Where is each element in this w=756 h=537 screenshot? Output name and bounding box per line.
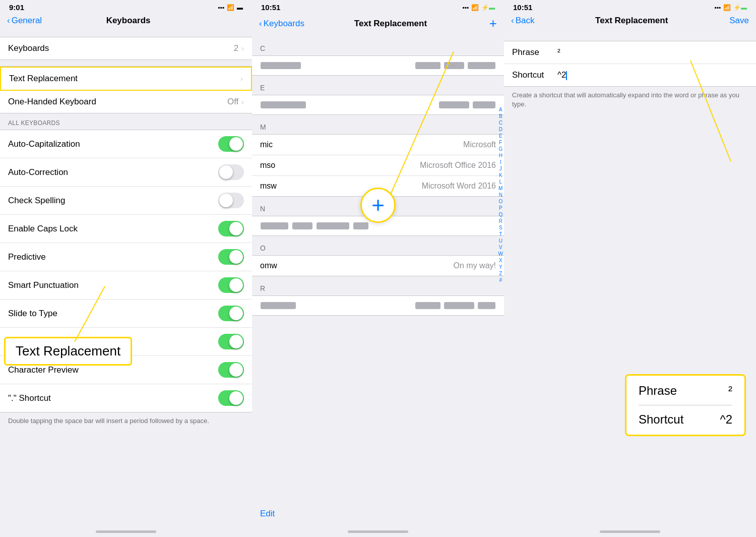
shortcut-row-form[interactable]: Shortcut ^2 <box>504 64 756 86</box>
status-icons-2: ▪▪▪ 📶 ⚡▬ <box>462 4 495 11</box>
wifi-icon-3: 📶 <box>723 4 731 11</box>
delete-slide-toggle[interactable] <box>218 334 244 349</box>
char-preview-toggle[interactable] <box>218 362 244 378</box>
slide-type-label: Slide to Type <box>8 309 57 319</box>
smart-punc-label: Smart Punctuation <box>8 280 79 290</box>
phrase-row[interactable]: Phrase ² <box>504 41 756 64</box>
shortcut-label: "." Shortcut <box>8 393 51 403</box>
nav-title-2: Text Replacement <box>354 19 427 29</box>
mso-row[interactable]: mso Microsoft Office 2016 <box>252 155 504 176</box>
svg-line-0 <box>75 286 105 342</box>
auto-correct-toggle[interactable] <box>218 164 244 180</box>
annotation-line-1 <box>75 286 135 342</box>
status-bar-1: 9:01 ▪▪▪ 📶 ▬ <box>0 0 252 14</box>
auto-correct-label: Auto-Correction <box>8 167 68 177</box>
status-time-1: 9:01 <box>9 3 24 12</box>
callout-phrase-label: Phrase <box>639 384 677 398</box>
status-bar-2: 10:51 ▪▪▪ 📶 ⚡▬ <box>252 0 504 14</box>
save-button[interactable]: Save <box>729 16 749 26</box>
section-header-c: C <box>252 36 504 55</box>
p3-callout: Phrase ² Shortcut ^2 <box>625 374 746 436</box>
nav-title-3: Text Replacement <box>595 16 668 26</box>
omw-phrase: On my way! <box>454 261 496 270</box>
home-indicator-3 <box>504 526 756 537</box>
check-spell-label: Check Spelling <box>8 196 65 206</box>
form-note: Create a shortcut that will automaticall… <box>504 87 756 117</box>
keyboards-chevron: › <box>241 44 244 52</box>
blurred-row-e <box>252 95 504 114</box>
status-bar-3: 10:51 ▪▪▪ 📶 ⚡▬ <box>504 0 756 14</box>
mso-phrase: Microsoft Office 2016 <box>420 161 496 170</box>
panel-keyboards: 9:01 ▪▪▪ 📶 ▬ ‹ General Keyboards Keyboar… <box>0 0 252 537</box>
predictive-row[interactable]: Predictive <box>0 243 252 271</box>
chevron-left-icon-1: ‹ <box>7 16 10 26</box>
edit-link[interactable]: Edit <box>252 502 504 526</box>
keyboards-row[interactable]: Keyboards 2 › <box>0 37 252 59</box>
mic-shortcut: mic <box>260 140 273 149</box>
one-handed-value: Off <box>227 97 238 107</box>
mic-phrase: Microsoft <box>463 140 496 149</box>
cursor <box>566 71 567 80</box>
battery-icon-3: ⚡▬ <box>733 4 747 11</box>
caps-lock-label: Enable Caps Lock <box>8 224 78 234</box>
omw-row[interactable]: omw On my way! <box>252 256 504 276</box>
chevron-left-icon-2: ‹ <box>259 19 262 29</box>
nav-bar-3: ‹ Back Text Replacement Save <box>504 14 756 31</box>
auto-cap-row[interactable]: Auto-Capitalization <box>0 130 252 158</box>
back-button-2[interactable]: ‹ Keyboards <box>259 19 304 29</box>
shortcut-row[interactable]: "." Shortcut <box>0 384 252 412</box>
slide-type-toggle[interactable] <box>218 306 244 321</box>
nav-title-1: Keyboards <box>106 16 151 26</box>
caps-lock-row[interactable]: Enable Caps Lock <box>0 215 252 243</box>
p1-callout-text: Text Replacement <box>16 343 120 359</box>
caps-lock-toggle[interactable] <box>218 221 244 236</box>
smart-punc-toggle[interactable] <box>218 277 244 293</box>
status-icons-3: ▪▪▪ 📶 ⚡▬ <box>714 4 747 11</box>
shortcut-toggle[interactable] <box>218 390 244 406</box>
all-keyboards-label: ALL KEYBOARDS <box>0 120 252 130</box>
one-handed-chevron: › <box>241 98 244 106</box>
one-handed-row[interactable]: One-Handed Keyboard Off › <box>0 91 252 113</box>
auto-cap-toggle[interactable] <box>218 136 244 152</box>
omw-shortcut: omw <box>260 261 277 270</box>
check-spell-toggle[interactable] <box>218 193 244 208</box>
battery-icon-2: ⚡▬ <box>481 4 495 11</box>
text-replacement-row[interactable]: Text Replacement › <box>0 67 252 91</box>
auto-cap-label: Auto-Capitalization <box>8 139 80 149</box>
predictive-toggle[interactable] <box>218 249 244 265</box>
nav-bar-1: ‹ General Keyboards <box>0 14 252 31</box>
back-button-3[interactable]: ‹ Back <box>511 16 534 26</box>
status-icons-1: ▪▪▪ 📶 ▬ <box>218 4 243 11</box>
add-button[interactable]: + <box>477 16 497 31</box>
mso-shortcut: mso <box>260 161 275 170</box>
text-replacement-label: Text Replacement <box>9 74 78 84</box>
shortcut-value: ^2 <box>557 70 748 80</box>
callout-shortcut-value: ^2 <box>720 412 732 427</box>
alpha-index: A B C D E F G H I J K L M N O P Q R S T … <box>498 107 503 283</box>
callout-phrase-value: ² <box>728 384 732 398</box>
signal-icon-1: ▪▪▪ <box>218 4 224 11</box>
status-time-3: 10:51 <box>513 3 532 12</box>
plus-button[interactable]: + <box>360 188 396 223</box>
phrase-label: Phrase <box>512 47 557 57</box>
all-keyboards-group: ALL KEYBOARDS Auto-Capitalization Auto-C… <box>0 120 252 412</box>
mic-row[interactable]: mic Microsoft <box>252 135 504 155</box>
section-header-o: O <box>252 236 504 255</box>
back-button-1[interactable]: ‹ General <box>7 16 42 26</box>
check-spell-row[interactable]: Check Spelling <box>0 187 252 215</box>
wifi-icon-2: 📶 <box>471 4 479 11</box>
battery-icon-1: ▬ <box>237 4 243 11</box>
section-header-r: R <box>252 276 504 295</box>
blurred-row-c <box>252 56 504 75</box>
content-3: Phrase ² Shortcut ^2 Create a shortcut t… <box>504 31 756 526</box>
one-handed-label: One-Handed Keyboard <box>8 97 96 107</box>
keyboards-count: 2 <box>234 43 238 53</box>
auto-correct-row[interactable]: Auto-Correction <box>0 158 252 187</box>
predictive-label: Predictive <box>8 252 46 262</box>
panel-text-replacement-form: 10:51 ▪▪▪ 📶 ⚡▬ ‹ Back Text Replacement S… <box>504 0 756 537</box>
callout-shortcut-label: Shortcut <box>639 412 683 427</box>
form-section: Phrase ² Shortcut ^2 Create a shortcut t… <box>504 41 756 117</box>
phrase-value: ² <box>557 47 748 57</box>
text-group: Text Replacement › One-Handed Keyboard O… <box>0 66 252 113</box>
keyboards-group: Keyboards 2 › <box>0 37 252 60</box>
